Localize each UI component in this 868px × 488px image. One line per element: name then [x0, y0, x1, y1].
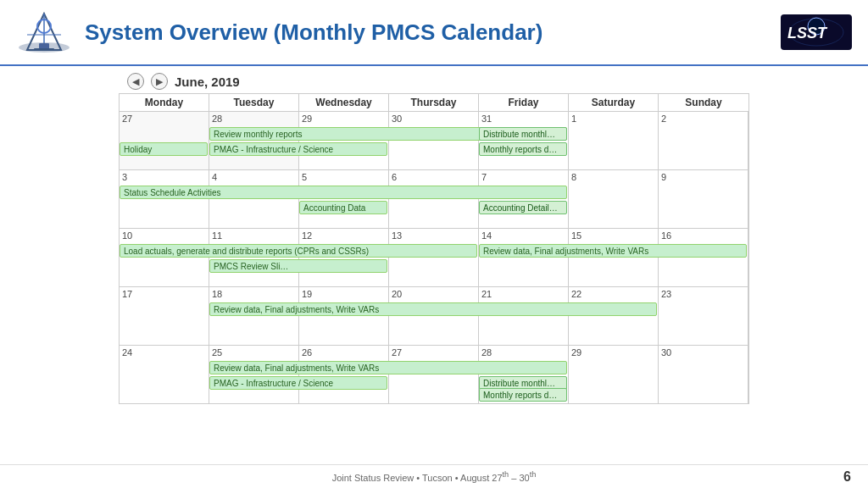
calendar-day: 10	[120, 229, 209, 286]
day-number: 9	[661, 172, 745, 182]
day-number: 26	[302, 347, 386, 358]
page-number: 6	[843, 469, 851, 485]
day-number: 12	[302, 230, 386, 241]
calendar-event[interactable]: Review data, Final adjustments, Write VA…	[479, 244, 747, 258]
day-number: 27	[392, 347, 476, 358]
calendar-week: 24252627282930Review data, Final adjustm…	[120, 346, 748, 403]
day-number: 8	[571, 172, 655, 182]
calendar-event[interactable]: Monthly reports d…	[479, 388, 567, 402]
logo-right: LSST	[778, 9, 854, 56]
calendar-day: 11	[209, 229, 299, 286]
svg-rect-6	[34, 48, 54, 51]
calendar-event[interactable]: PMCS Review Sli…	[209, 259, 387, 273]
day-number: 25	[212, 347, 296, 358]
calendar-day: 15	[569, 229, 659, 286]
calendar-event[interactable]: Review data, Final adjustments, Write VA…	[209, 361, 567, 374]
calendar-day: 9	[659, 170, 748, 228]
day-number: 30	[661, 347, 745, 358]
day-number: 15	[571, 230, 655, 241]
calendar-day: 22	[569, 287, 659, 345]
calendar-week: 10111213141516Load actuals, generate and…	[120, 229, 748, 287]
calendar-day: 24	[120, 346, 209, 403]
calendar-day: 26	[299, 346, 389, 403]
day-number: 13	[392, 230, 476, 241]
day-number: 7	[481, 172, 565, 182]
day-number: 16	[661, 230, 745, 241]
day-number: 3	[122, 172, 206, 182]
calendar-day-header: Wednesday	[299, 94, 389, 111]
calendar-day: 18	[209, 287, 299, 345]
day-number: 27	[122, 114, 206, 124]
calendar-day: 29	[299, 112, 389, 169]
calendar-day: 31	[479, 112, 569, 169]
prev-month-button[interactable]: ◀	[127, 73, 144, 90]
calendar-day: 19	[299, 287, 389, 345]
calendar-day: 8	[569, 170, 659, 228]
calendar-day: 23	[659, 287, 748, 345]
day-number: 19	[302, 289, 386, 299]
footer-text: Joint Status Review • Tucson • August 27…	[332, 473, 537, 483]
day-number: 14	[481, 230, 565, 241]
calendar-day: 20	[389, 287, 479, 345]
calendar-day: 27	[120, 112, 209, 169]
calendar-event[interactable]: Review data, Final adjustments, Write VA…	[209, 302, 657, 316]
day-number: 30	[392, 114, 476, 124]
calendar-body: 272829303112Review monthly reportsHolida…	[120, 112, 748, 403]
day-number: 18	[212, 289, 296, 299]
day-number: 5	[302, 172, 386, 182]
next-month-button[interactable]: ▶	[151, 73, 168, 90]
day-number: 2	[661, 114, 745, 124]
day-number: 31	[481, 114, 565, 124]
calendar-day: 14	[479, 229, 569, 286]
svg-text:LSST: LSST	[787, 25, 828, 42]
day-number: 28	[212, 114, 296, 124]
calendar-day: 30	[659, 346, 748, 403]
calendar-event[interactable]: Load actuals, generate and distribute re…	[120, 244, 477, 258]
calendar-week: 272829303112Review monthly reportsHolida…	[120, 112, 748, 170]
calendar-event[interactable]: PMAG - Infrastructure / Science	[209, 142, 387, 156]
calendar-event[interactable]: Accounting Detail…	[479, 201, 567, 214]
calendar-day: 16	[659, 229, 748, 286]
calendar: MondayTuesdayWednesdayThursdayFridaySatu…	[119, 93, 749, 404]
calendar-day: 17	[120, 287, 209, 345]
day-number: 23	[661, 289, 745, 299]
day-number: 4	[212, 172, 296, 182]
day-number: 1	[571, 114, 655, 124]
calendar-day: 3	[120, 170, 209, 228]
calendar-week: 3456789Status Schedule ActivitiesAccount…	[120, 170, 748, 229]
page-header: System Overview (Monthly PMCS Calendar) …	[0, 0, 868, 66]
calendar-day-header: Thursday	[389, 94, 479, 111]
calendar-event[interactable]: Accounting Data	[299, 201, 387, 214]
day-number: 29	[302, 114, 386, 124]
calendar-nav: ◀ ▶ June, 2019	[0, 66, 868, 93]
calendar-day: 13	[389, 229, 479, 286]
calendar-event[interactable]: Status Schedule Activities	[120, 186, 567, 199]
calendar-day: 4	[209, 170, 299, 228]
calendar-event[interactable]: PMAG - Infrastructure / Science	[209, 376, 387, 390]
calendar-day: 21	[479, 287, 569, 345]
day-number: 29	[571, 347, 655, 358]
calendar-day-header: Friday	[479, 94, 569, 111]
calendar-day: 27	[389, 346, 479, 403]
calendar-day: 5	[299, 170, 389, 228]
day-number: 24	[122, 347, 206, 358]
day-number: 28	[481, 347, 565, 358]
calendar-month-label: June, 2019	[175, 75, 240, 89]
calendar-header: MondayTuesdayWednesdayThursdayFridaySatu…	[120, 94, 748, 112]
calendar-event[interactable]: Monthly reports d…	[479, 142, 567, 156]
calendar-day: 12	[299, 229, 389, 286]
calendar-event[interactable]: Distribute monthl…	[479, 127, 567, 141]
logo-left	[14, 7, 75, 58]
page-title: System Overview (Monthly PMCS Calendar)	[85, 19, 778, 46]
calendar-day: 28	[209, 112, 299, 169]
calendar-day: 29	[569, 346, 659, 403]
calendar-day: 30	[389, 112, 479, 169]
calendar-day: 6	[389, 170, 479, 228]
calendar-day: 25	[209, 346, 299, 403]
day-number: 20	[392, 289, 476, 299]
calendar-event[interactable]: Holiday	[120, 142, 208, 156]
footer: Joint Status Review • Tucson • August 27…	[0, 464, 868, 488]
day-number: 11	[212, 230, 296, 241]
calendar-day-header: Sunday	[659, 94, 748, 111]
day-number: 21	[481, 289, 565, 299]
